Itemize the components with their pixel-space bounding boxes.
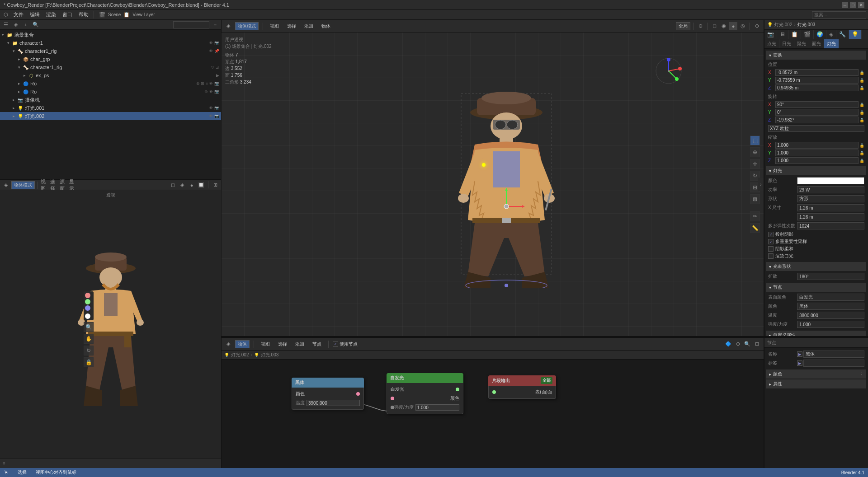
shading-render-icon[interactable]: ◎ [739, 22, 747, 30]
outliner-item-ro2[interactable]: ▸ 🔵 Ro ⊕ 👁 📷 [0, 88, 221, 96]
outliner-item-character1[interactable]: ▾ 📁 character1 👁 📷 [0, 39, 221, 47]
viewport-object-menu[interactable]: 物体 [319, 22, 333, 30]
pin-icon[interactable]: 📌 [214, 49, 219, 53]
ne-overlay-icon[interactable]: ⊕ [734, 340, 742, 348]
ne-grid-icon[interactable]: ⊞ [753, 340, 761, 348]
preview-rotate-tool[interactable]: ↻ [84, 346, 94, 355]
shading-solid-icon[interactable]: ◉ [720, 22, 728, 30]
outliner-item-character1-rig[interactable]: ▾ 🦴 character1_rig 👁 📌 [0, 47, 221, 55]
tab-modifier[interactable]: 🔧 [836, 30, 849, 39]
viewport-add-menu[interactable]: 添加 [302, 22, 316, 30]
preview-viewport-shading1[interactable]: ◻ [169, 181, 177, 189]
scene-icon[interactable]: 🎬 [98, 11, 106, 19]
viewport-select-menu[interactable]: 选择 [284, 22, 299, 30]
outliner-item-light002[interactable]: ▸ 💡 灯光.002 👁 📷 [0, 112, 221, 120]
color-dot-white[interactable] [85, 313, 90, 319]
measure-tool[interactable]: 📏 [750, 223, 760, 233]
use-nodes-checkbox[interactable]: ✓ [333, 341, 338, 347]
loc-x-value[interactable]: -0.8572 m [775, 69, 859, 76]
shape-value[interactable]: 方形 [797, 195, 864, 202]
output-surface-socket[interactable] [492, 390, 496, 394]
preview-hand-tool[interactable]: ✋ [84, 334, 94, 344]
close-button[interactable]: ✕ [858, 2, 864, 8]
overlay-icon[interactable]: ⊕ [753, 22, 761, 30]
tab-sun-light[interactable]: 日光 [779, 39, 794, 48]
color-swatch[interactable] [797, 177, 864, 184]
tab-render[interactable]: 📷 [764, 30, 777, 39]
power-value[interactable]: 29 W [797, 186, 864, 193]
node-color-section-menu[interactable]: ⋮ [859, 372, 863, 377]
node-color-value[interactable]: 黑体 [797, 303, 864, 310]
preview-add-icon[interactable]: 源面 [60, 181, 68, 189]
outliner-item-ex-ps[interactable]: ▸ ⬡ ex_ps ▶ [0, 71, 221, 80]
node-color-section-header[interactable]: ▸ 颜色 ⋮ [766, 369, 866, 379]
strength-value[interactable]: 1.000 [797, 321, 864, 328]
outliner-item-character1-rig2[interactable]: ▾ 🦴 character1_rig ▽ ⊿ [0, 63, 221, 71]
preview-lock-tool[interactable]: 🔒 [84, 357, 94, 367]
surface-value[interactable]: 白发光 [797, 294, 864, 301]
scale-y-lock[interactable]: 🔒 [859, 151, 864, 155]
rot-mode-select[interactable]: XYZ 欧拉 [768, 125, 864, 132]
rot-x-lock[interactable]: 🔒 [859, 103, 864, 107]
mis-checkbox[interactable]: ✓ [768, 239, 774, 244]
outliner-item-light001[interactable]: ▸ 💡 灯光.001 👁 📷 [0, 104, 221, 112]
preview-view-icon[interactable]: 视图 [41, 181, 49, 189]
outliner-option-icon[interactable]: ≡ [211, 21, 219, 29]
tab-object[interactable]: ◈ [826, 30, 836, 39]
light002-vis[interactable]: 👁 [209, 114, 213, 118]
max-bounces-value[interactable]: 1024 [797, 222, 864, 229]
render-icon[interactable]: 📷 [214, 41, 219, 45]
proportional-edit-icon[interactable]: ⊙ [696, 22, 704, 30]
node-editor-type-icon[interactable]: ◈ [224, 340, 232, 348]
loc-x-lock[interactable]: 🔒 [859, 70, 864, 75]
scale-z-lock[interactable]: 🔒 [859, 159, 864, 163]
panel-collapse-btn[interactable]: › [758, 178, 764, 191]
ne-pin-icon[interactable]: 🔷 [724, 340, 732, 348]
minimize-button[interactable]: ─ [842, 2, 848, 8]
node-canvas[interactable]: 黑体 颜色 温度 3900.000 [222, 360, 764, 468]
ne-zoom-icon[interactable]: 🔍 [743, 340, 751, 348]
temperature-value[interactable]: 3800.000 [797, 312, 864, 319]
tab-scene[interactable]: 🎬 [801, 30, 814, 39]
emission-strength-socket[interactable] [391, 406, 394, 409]
menu-help[interactable]: 帮助 [76, 10, 91, 19]
annotation-tool[interactable]: ✏ [750, 211, 760, 221]
tab-light-settings[interactable]: 灯光 [824, 39, 839, 48]
outliner-item-ro1[interactable]: ▸ 🔵 Ro ⊕ ⊞ ≡ 👁 📷 [0, 80, 221, 88]
tab-world[interactable]: 🌍 [814, 30, 826, 39]
global-btn[interactable]: 全局 [676, 22, 690, 30]
shading-wireframe-icon[interactable]: ◻ [710, 22, 718, 30]
size-y-value[interactable]: 1.26 m [797, 213, 864, 220]
light-shape-header[interactable]: ▾ 光束形状 [766, 262, 866, 271]
loc-y-value[interactable]: -0.73559 m [775, 77, 859, 84]
emission-shader-socket[interactable] [456, 388, 459, 391]
menu-edit[interactable]: 编辑 [27, 10, 42, 19]
preview-viewport-shading2[interactable]: ◈ [178, 181, 186, 189]
shadow-soft-checkbox[interactable] [768, 246, 774, 252]
eevee-checkbox[interactable] [768, 253, 774, 259]
maximize-button[interactable]: □ [850, 2, 856, 8]
menu-file[interactable]: 文件 [11, 10, 26, 19]
light-header[interactable]: ▾ 灯光 [766, 166, 866, 175]
outliner-item-char-grp[interactable]: ▸ 📦 char_grp [0, 55, 221, 63]
light001-render[interactable]: 📷 [214, 106, 219, 110]
ne-node-menu[interactable]: 节点 [310, 340, 324, 348]
shading-material-icon[interactable]: ● [729, 22, 737, 30]
loc-z-value[interactable]: 0.94935 m [775, 84, 859, 91]
node-tag-value[interactable] [803, 360, 864, 367]
preview-expand-icon[interactable]: ⊞ [211, 181, 219, 189]
scale-z-value[interactable]: 1.000 [775, 157, 859, 164]
rot-y-value[interactable]: 0° [775, 109, 859, 116]
emission-strength-value[interactable]: 1.000 [415, 404, 459, 411]
menu-window[interactable]: 窗口 [60, 10, 75, 19]
ne-select-menu[interactable]: 选择 [275, 340, 290, 348]
preview-object-icon[interactable]: 显示 [69, 181, 77, 189]
blackbody-color-out-socket[interactable] [356, 392, 360, 396]
search-input[interactable] [812, 11, 866, 19]
move-tool[interactable]: ✛ [750, 159, 760, 169]
color-dot-green[interactable] [85, 299, 90, 304]
nodes-header[interactable]: ▾ 节点 [766, 283, 866, 292]
tab-output[interactable]: 🖥 [777, 30, 788, 39]
light002-render[interactable]: 📷 [214, 114, 219, 118]
object-mode-icon[interactable]: ◈ [12, 21, 20, 29]
